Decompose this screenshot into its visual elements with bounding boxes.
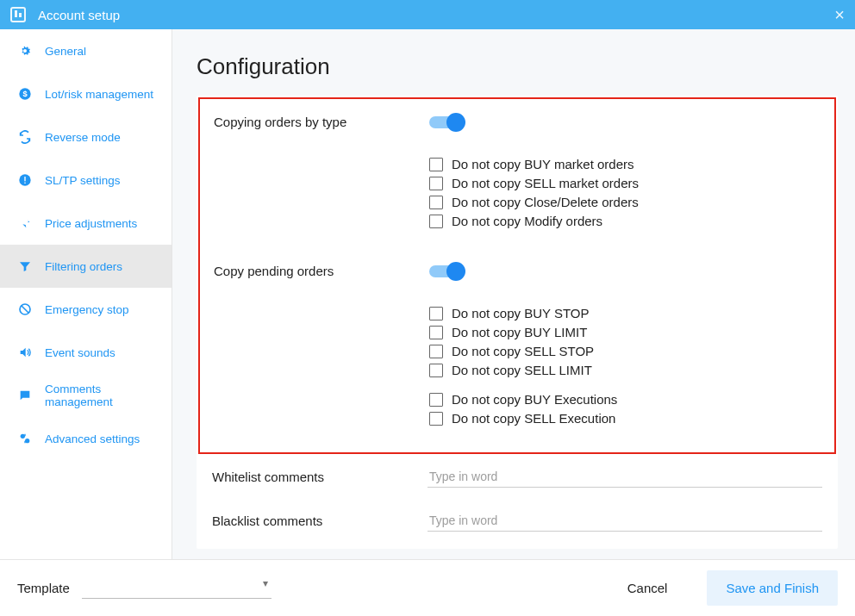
check-item[interactable]: Do not copy SELL market orders (429, 176, 821, 190)
toggle-copying-orders[interactable] (429, 116, 462, 128)
whitelist-input[interactable] (428, 466, 822, 488)
check-label: Do not copy BUY market orders (452, 157, 633, 171)
check-item[interactable]: Do not copy BUY Executions (429, 392, 821, 407)
sidebar-item-label: General (45, 45, 163, 58)
check-label: Do not copy SELL Execution (452, 411, 615, 426)
check-label: Do not copy SELL market orders (452, 176, 639, 190)
highlighted-section: Copying orders by type Do not copy BUY m… (198, 97, 836, 454)
config-panel[interactable]: Copying orders by type Do not copy BUY m… (197, 96, 838, 549)
blacklist-input[interactable] (428, 510, 822, 532)
label-copy-pending: Copy pending orders (214, 260, 429, 278)
check-label: Do not copy SELL STOP (452, 344, 594, 358)
checkbox[interactable] (429, 177, 443, 190)
sidebar-item-lot-risk[interactable]: $ Lot/risk management (0, 72, 172, 115)
sidebar-item-label: SL/TP settings (45, 174, 163, 187)
dollar-icon: $ (17, 87, 33, 101)
sidebar: General $ Lot/risk management Reverse mo… (0, 29, 172, 559)
checks-copying-orders: Do not copy BUY market orders Do not cop… (429, 157, 821, 228)
svg-point-7 (21, 434, 25, 439)
window-title: Account setup (38, 8, 834, 22)
check-label: Do not copy BUY STOP (452, 306, 590, 320)
body: General $ Lot/risk management Reverse mo… (0, 29, 855, 559)
save-button[interactable]: Save and Finish (707, 570, 838, 606)
check-item[interactable]: Do not copy Modify orders (429, 214, 821, 228)
sidebar-item-comments[interactable]: Comments management (0, 374, 172, 417)
svg-point-8 (25, 439, 29, 443)
sidebar-item-label: Event sounds (45, 346, 163, 359)
sidebar-item-label: Lot/risk management (45, 88, 163, 101)
check-label: Do not copy Close/Delete orders (452, 195, 639, 209)
label-whitelist: Whitelist comments (212, 470, 428, 484)
toggle-copy-pending[interactable] (429, 265, 462, 277)
sidebar-item-label: Filtering orders (45, 260, 163, 273)
label-copying-orders: Copying orders by type (214, 111, 429, 129)
check-item[interactable]: Do not copy BUY LIMIT (429, 325, 821, 339)
check-label: Do not copy SELL LIMIT (452, 363, 592, 377)
check-item[interactable]: Do not copy SELL Execution (429, 411, 821, 426)
svg-text:$: $ (22, 90, 28, 98)
sidebar-item-sounds[interactable]: Event sounds (0, 331, 172, 374)
check-label: Do not copy BUY LIMIT (452, 325, 587, 339)
checks-pending-a: Do not copy BUY STOP Do not copy BUY LIM… (429, 306, 821, 377)
comment-icon (17, 389, 33, 402)
sound-icon (17, 345, 33, 359)
check-item[interactable]: Do not copy SELL STOP (429, 344, 821, 358)
sidebar-item-price[interactable]: Price adjustments (0, 202, 172, 245)
checkbox[interactable] (429, 393, 443, 407)
checkbox[interactable] (429, 158, 443, 171)
stop-icon (17, 302, 33, 316)
sidebar-item-label: Advanced settings (45, 432, 163, 445)
sidebar-item-label: Price adjustments (45, 217, 163, 230)
filter-icon (17, 259, 33, 273)
row-copy-pending: Copy pending orders Do not copy BUY STOP… (214, 260, 821, 430)
label-blacklist: Blacklist comments (212, 513, 428, 528)
reverse-icon (17, 130, 33, 144)
template-label: Template (17, 581, 70, 595)
cancel-button[interactable]: Cancel (612, 572, 683, 604)
sidebar-item-reverse[interactable]: Reverse mode (0, 115, 172, 159)
sidebar-item-label: Emergency stop (45, 303, 163, 316)
checkbox[interactable] (429, 196, 443, 209)
alert-icon (17, 173, 33, 187)
check-label: Do not copy BUY Executions (452, 392, 617, 407)
svg-rect-4 (24, 183, 25, 184)
sidebar-item-advanced[interactable]: Advanced settings (0, 417, 172, 460)
svg-rect-3 (24, 177, 25, 181)
footer: Template Cancel Save and Finish (0, 559, 855, 616)
sidebar-item-label: Comments management (45, 383, 163, 408)
checkbox[interactable] (429, 307, 443, 320)
check-item[interactable]: Do not copy BUY market orders (429, 157, 821, 171)
row-whitelist: Whitelist comments (197, 461, 838, 493)
check-item[interactable]: Do not copy Close/Delete orders (429, 195, 821, 209)
checkbox[interactable] (429, 364, 443, 377)
row-copying-orders: Copying orders by type Do not copy BUY m… (214, 111, 821, 233)
row-blacklist: Blacklist comments (197, 505, 838, 537)
gear-icon (17, 44, 33, 58)
check-item[interactable]: Do not copy SELL LIMIT (429, 363, 821, 377)
page-title: Configuration (197, 53, 838, 80)
checkbox[interactable] (429, 345, 443, 358)
template-select[interactable] (82, 577, 271, 599)
app-icon (10, 7, 26, 22)
checkbox[interactable] (429, 326, 443, 339)
sidebar-item-sltp[interactable]: SL/TP settings (0, 159, 172, 202)
checkbox[interactable] (429, 412, 443, 426)
sidebar-item-label: Reverse mode (45, 131, 163, 144)
sidebar-item-filtering[interactable]: Filtering orders (0, 245, 172, 288)
sidebar-item-emergency[interactable]: Emergency stop (0, 288, 172, 331)
main-content: Configuration Copying orders by type Do … (172, 29, 855, 559)
sidebar-item-general[interactable]: General (0, 29, 172, 72)
checkbox[interactable] (429, 215, 443, 228)
check-item[interactable]: Do not copy BUY STOP (429, 306, 821, 320)
close-icon[interactable]: × (834, 6, 845, 23)
svg-line-6 (22, 306, 28, 313)
titlebar: Account setup × (0, 0, 855, 29)
checks-pending-b: Do not copy BUY Executions Do not copy S… (429, 392, 821, 426)
check-label: Do not copy Modify orders (452, 214, 602, 228)
template-box: Template (17, 577, 271, 599)
pin-icon (17, 216, 33, 230)
tools-icon (17, 432, 33, 445)
